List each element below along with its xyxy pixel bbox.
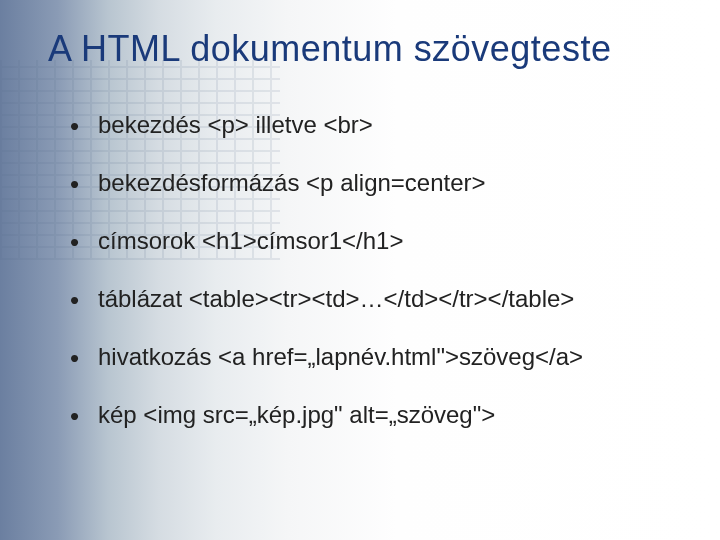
list-item: kép <img src=„kép.jpg" alt=„szöveg"> (70, 400, 690, 430)
list-item: bekezdésformázás <p align=center> (70, 168, 690, 198)
list-item: táblázat <table><tr><td>…</td></tr></tab… (70, 284, 690, 314)
slide-container: A HTML dokumentum szövegteste bekezdés <… (0, 0, 720, 540)
bullet-list: bekezdés <p> illetve <br> bekezdésformáz… (48, 110, 690, 430)
list-item: hivatkozás <a href=„lapnév.html">szöveg<… (70, 342, 690, 372)
list-item: bekezdés <p> illetve <br> (70, 110, 690, 140)
list-item: címsorok <h1>címsor1</h1> (70, 226, 690, 256)
slide-title: A HTML dokumentum szövegteste (48, 28, 690, 70)
